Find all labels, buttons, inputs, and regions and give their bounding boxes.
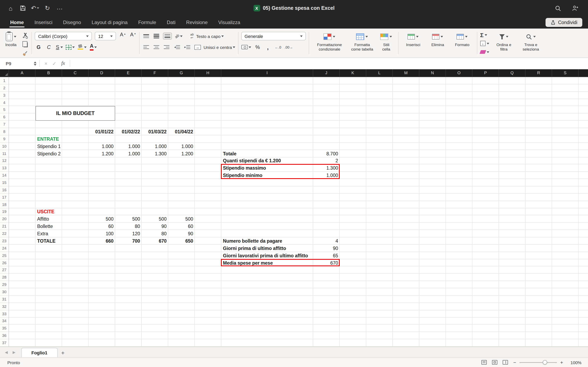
cell-B9[interactable]: ENTRATE — [35, 135, 62, 143]
decrease-decimal-button[interactable]: ←.0 — [274, 43, 282, 52]
row-header-29[interactable]: 29 — [0, 281, 9, 288]
column-header-M[interactable]: M — [393, 69, 419, 77]
column-header-P[interactable]: P — [472, 69, 499, 77]
cell-G10[interactable]: 1.000 — [168, 143, 195, 150]
grid-canvas[interactable]: IL MIO BUDGET01/01/2201/02/2201/03/2201/… — [9, 77, 588, 347]
cell-B20[interactable]: Affitto — [35, 216, 62, 223]
cell-I11[interactable]: Totale — [221, 150, 313, 157]
number-format-select[interactable]: Generale — [241, 32, 306, 40]
increase-decimal-button[interactable]: .00→ — [285, 43, 293, 52]
row-header-9[interactable]: 9 — [0, 135, 9, 143]
cell-F21[interactable]: 90 — [142, 223, 168, 230]
format-painter-button[interactable] — [21, 50, 29, 57]
row-header-8[interactable]: 8 — [0, 128, 9, 135]
normal-view-icon[interactable] — [481, 360, 487, 365]
cell-I24[interactable]: Giorni prima di ultimo affitto — [221, 245, 313, 252]
cell-I25[interactable]: Giorni lavorativi prima di ultimo affitt… — [221, 252, 313, 259]
cell-E20[interactable]: 500 — [115, 216, 142, 223]
zoom-percent[interactable]: 100% — [568, 360, 581, 365]
column-header-N[interactable]: N — [419, 69, 446, 77]
add-sheet-button[interactable]: + — [58, 348, 68, 357]
formula-input[interactable] — [70, 58, 588, 69]
paste-button[interactable]: Incolla — [4, 31, 18, 48]
cell-J14[interactable]: 1.000 — [313, 172, 340, 179]
tab-dati[interactable]: Dati — [162, 16, 181, 29]
row-header-19[interactable]: 19 — [0, 208, 9, 216]
fill-button[interactable]: ↓ — [480, 40, 489, 47]
align-bottom-button[interactable] — [163, 33, 172, 40]
font-name-select[interactable]: Calibri (Corpo) — [35, 32, 92, 40]
cell-D11[interactable]: 1.200 — [89, 150, 115, 157]
zoom-out-button[interactable]: − — [513, 359, 516, 365]
zoom-slider[interactable] — [519, 362, 557, 363]
search-icon[interactable] — [553, 3, 563, 13]
cell-J12[interactable]: 2 — [313, 157, 340, 165]
underline-button[interactable]: S — [55, 43, 63, 52]
column-header-E[interactable]: E — [115, 69, 142, 77]
cell-styles-button[interactable]: Stili cella — [377, 31, 395, 55]
tab-formule[interactable]: Formule — [133, 16, 162, 29]
row-header-7[interactable]: 7 — [0, 121, 9, 128]
align-top-button[interactable] — [143, 32, 150, 41]
row-header-16[interactable]: 16 — [0, 186, 9, 194]
find-select-button[interactable]: Trova e seleziona — [519, 31, 543, 53]
row-header-23[interactable]: 23 — [0, 237, 9, 245]
column-header-O[interactable]: O — [446, 69, 472, 77]
column-header-A[interactable]: A — [9, 69, 35, 77]
row-header-4[interactable]: 4 — [0, 99, 9, 106]
cell-D22[interactable]: 100 — [89, 230, 115, 237]
accounting-format-button[interactable] — [241, 43, 251, 52]
wrap-text-button[interactable]: ab↩ Testo a capo — [190, 32, 224, 41]
cell-G22[interactable]: 90 — [168, 230, 195, 237]
column-header-S[interactable]: S — [552, 69, 579, 77]
column-header-I[interactable]: I — [221, 69, 313, 77]
cell-G11[interactable]: 1.200 — [168, 150, 195, 157]
row-header-36[interactable]: 36 — [0, 332, 9, 340]
page-layout-view-icon[interactable] — [492, 360, 497, 365]
align-right-button[interactable] — [163, 43, 171, 52]
copy-button[interactable] — [21, 41, 29, 48]
row-header-5[interactable]: 5 — [0, 106, 9, 114]
font-size-select[interactable]: 12 — [95, 32, 116, 40]
row-header-1[interactable]: 1 — [0, 77, 9, 84]
confirm-entry-button[interactable]: ✓ — [52, 60, 56, 66]
cell-G23[interactable]: 650 — [168, 237, 195, 245]
bold-button[interactable]: G — [35, 43, 42, 52]
cell-J26[interactable]: 670 — [313, 259, 340, 267]
cell-J13[interactable]: 1.300 — [313, 165, 340, 172]
tab-visualizza[interactable]: Visualizza — [213, 16, 246, 29]
decrease-font-button[interactable]: A▾ — [129, 32, 137, 41]
tab-revisione[interactable]: Revisione — [181, 16, 213, 29]
align-middle-button[interactable] — [153, 32, 160, 41]
row-header-22[interactable]: 22 — [0, 230, 9, 237]
cell-B5[interactable]: IL MIO BUDGET — [35, 106, 115, 121]
page-break-view-icon[interactable] — [503, 360, 508, 365]
column-header-J[interactable]: J — [313, 69, 340, 77]
cut-button[interactable] — [21, 32, 29, 39]
cell-I13[interactable]: Stipendio massimo — [221, 165, 313, 172]
cell-E22[interactable]: 120 — [115, 230, 142, 237]
font-color-button[interactable]: A — [90, 43, 97, 52]
share-user-icon[interactable] — [570, 3, 580, 13]
cell-D23[interactable]: 660 — [89, 237, 115, 245]
column-header-R[interactable]: R — [526, 69, 552, 77]
row-header-14[interactable]: 14 — [0, 172, 9, 179]
tab-disegno[interactable]: Disegno — [58, 16, 86, 29]
row-header-6[interactable]: 6 — [0, 114, 9, 121]
cell-G8[interactable]: 01/04/22 — [168, 128, 195, 135]
merge-center-button[interactable]: ↔ Unisci e centra — [195, 43, 235, 52]
cell-I12[interactable]: Quanti stipendi da € 1.200 — [221, 157, 313, 165]
column-header-F[interactable]: F — [142, 69, 168, 77]
delete-cells-button[interactable]: Elimina — [426, 31, 450, 55]
align-center-button[interactable] — [153, 43, 160, 52]
cell-B11[interactable]: Stipendio 2 — [35, 150, 62, 157]
select-all-corner[interactable] — [0, 69, 9, 77]
format-as-table-button[interactable]: Formatta come tabella — [348, 31, 376, 55]
tab-layout-di-pagina[interactable]: Layout di pagina — [86, 16, 133, 29]
more-commands-button[interactable]: ··· — [55, 3, 65, 13]
column-header-Q[interactable]: Q — [499, 69, 526, 77]
cell-I26[interactable]: Media spese per mese — [221, 259, 313, 267]
fill-color-button[interactable] — [78, 43, 87, 52]
percent-style-button[interactable]: % — [254, 43, 261, 52]
row-header-32[interactable]: 32 — [0, 303, 9, 310]
